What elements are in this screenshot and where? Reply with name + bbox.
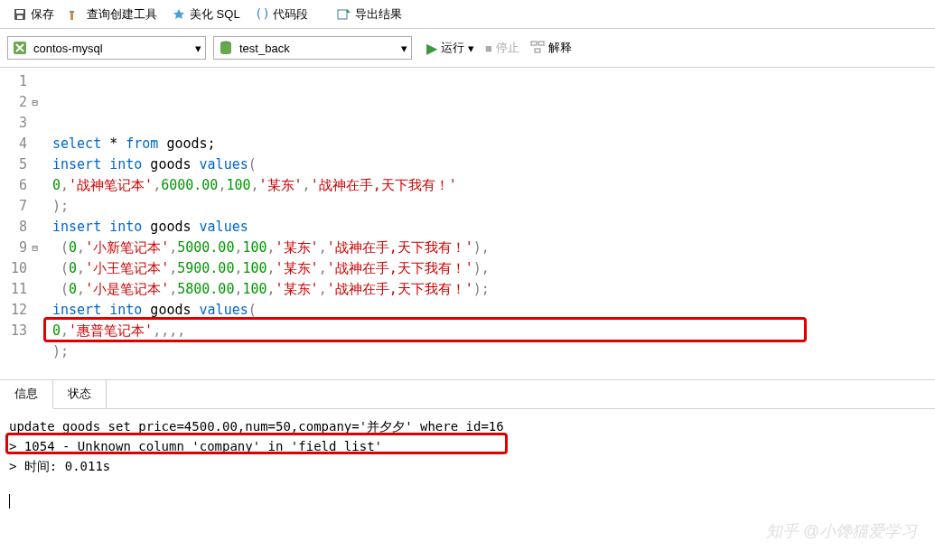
svg-text:(): ()	[255, 7, 269, 21]
highlight-annotation	[43, 317, 807, 342]
tab-status[interactable]: 状态	[53, 380, 107, 408]
gutter-line: 7	[4, 196, 38, 217]
run-button[interactable]: ▶ 运行 ▾	[426, 40, 474, 57]
gutter-line: 1	[4, 71, 38, 92]
database-dropdown[interactable]: test_back ▾	[213, 36, 412, 60]
svg-rect-2	[17, 15, 23, 19]
code-line[interactable]: );	[52, 341, 928, 362]
export-result-button[interactable]: 导出结果	[332, 5, 407, 24]
run-label: 运行	[441, 40, 464, 56]
code-snippet-icon: ()	[255, 7, 269, 22]
database-name: test_back	[239, 42, 396, 55]
gutter-line: 5	[4, 154, 38, 175]
svg-rect-6	[338, 10, 347, 19]
stop-label: 停止	[496, 40, 519, 56]
output-line-time: > 时间: 0.011s	[9, 456, 926, 476]
gutter-line: 9⊟	[4, 238, 38, 258]
server-icon	[12, 40, 28, 56]
svg-rect-10	[538, 42, 544, 45]
code-line[interactable]: (0,'小新笔记本',5000.00,100,'某东','战神在手,天下我有！'…	[52, 238, 928, 258]
server-dropdown[interactable]: contos-mysql ▾	[7, 36, 206, 60]
svg-rect-9	[531, 42, 537, 45]
play-icon: ▶	[426, 40, 437, 57]
beautify-icon	[172, 7, 186, 22]
save-label: 保存	[31, 6, 54, 23]
svg-rect-4	[70, 11, 74, 13]
gutter-line: 11	[4, 279, 38, 300]
explain-icon	[530, 40, 545, 57]
line-gutter: 12⊟3456789⊟10111213	[0, 68, 45, 379]
code-line[interactable]: (0,'小王笔记本',5900.00,100,'某东','战神在手,天下我有！'…	[52, 258, 928, 279]
code-line[interactable]: );	[52, 196, 928, 217]
chevron-down-icon: ▾	[401, 42, 407, 55]
highlight-annotation	[5, 433, 508, 454]
code-area[interactable]: select * from goods;insert into goods va…	[45, 68, 935, 379]
output-tabs: 信息 状态	[0, 380, 935, 409]
top-toolbar: 保存 查询创建工具 美化 SQL () 代码段 导出结果	[0, 0, 935, 29]
save-icon	[13, 7, 27, 22]
watermark: 知乎 @小馋猫爱学习	[766, 520, 917, 542]
stop-icon: ■	[485, 42, 492, 55]
gutter-line: 13	[4, 321, 38, 341]
gutter-line: 3	[4, 113, 38, 134]
output-section: 信息 状态 update goods set price=4500.00,num…	[0, 379, 935, 536]
explain-button[interactable]: 解释	[530, 40, 572, 57]
code-line[interactable]: 0,'战神笔记本',6000.00,100,'某东','战神在手,天下我有！'	[52, 175, 928, 196]
gutter-line: 6	[4, 175, 38, 196]
output-panel: update goods set price=4500.00,num=50,co…	[0, 409, 935, 536]
beautify-sql-button[interactable]: 美化 SQL	[166, 5, 246, 24]
connection-bar: contos-mysql ▾ test_back ▾ ▶ 运行 ▾ ■ 停止 解…	[0, 29, 935, 68]
gutter-line: 10	[4, 258, 38, 279]
chevron-down-icon: ▾	[195, 42, 201, 55]
explain-label: 解释	[548, 40, 572, 56]
svg-rect-3	[70, 13, 73, 20]
svg-rect-1	[16, 10, 23, 14]
chevron-down-icon: ▾	[468, 42, 474, 55]
code-snippet-button[interactable]: () 代码段	[249, 5, 313, 24]
tab-info[interactable]: 信息	[0, 380, 53, 409]
gutter-line: 4	[4, 134, 38, 154]
query-builder-button[interactable]: 查询创建工具	[63, 5, 163, 24]
code-line[interactable]: insert into goods values(	[52, 154, 928, 175]
query-builder-icon	[69, 7, 83, 22]
svg-rect-11	[535, 49, 540, 52]
save-button[interactable]: 保存	[7, 5, 60, 24]
code-snippet-label: 代码段	[273, 6, 308, 23]
code-line[interactable]: (0,'小是笔记本',5800.00,100,'某东','战神在手,天下我有！'…	[52, 279, 928, 300]
stop-button[interactable]: ■ 停止	[485, 40, 519, 56]
server-name: contos-mysql	[33, 42, 190, 55]
gutter-line: 12	[4, 300, 38, 321]
code-line[interactable]	[52, 362, 928, 379]
gutter-line: 8	[4, 217, 38, 238]
sql-editor: 12⊟3456789⊟10111213 select * from goods;…	[0, 68, 935, 379]
code-line[interactable]: select * from goods;	[52, 134, 928, 154]
export-icon	[337, 7, 351, 22]
export-label: 导出结果	[355, 6, 402, 23]
gutter-line: 2⊟	[4, 92, 38, 113]
code-line[interactable]: insert into goods values	[52, 217, 928, 238]
query-builder-label: 查询创建工具	[87, 6, 157, 23]
database-icon	[218, 40, 234, 56]
beautify-label: 美化 SQL	[190, 6, 240, 23]
